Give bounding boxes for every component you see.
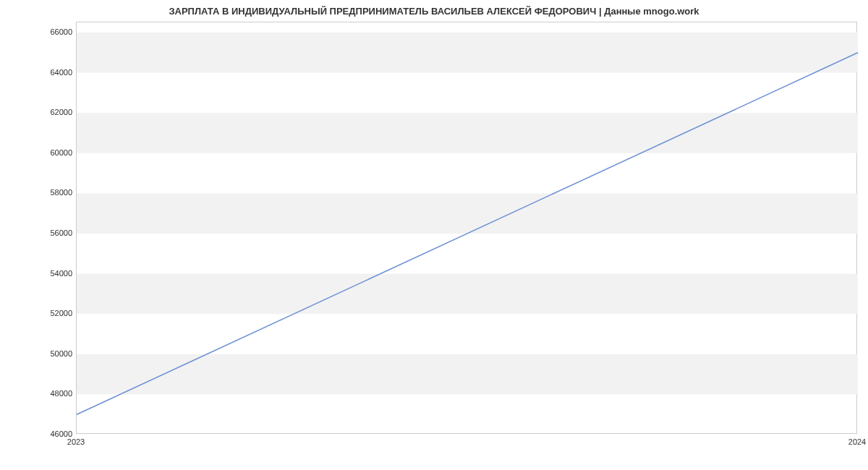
x-tick-label: 2024 (848, 437, 866, 446)
chart-container: ЗАРПЛАТА В ИНДИВИДУАЛЬНЫЙ ПРЕДПРИНИМАТЕЛ… (0, 0, 868, 470)
y-tick-label: 54000 (29, 269, 72, 278)
y-tick-label: 46000 (29, 430, 72, 438)
chart-svg (77, 22, 856, 433)
grid-band (77, 193, 858, 234)
y-tick-label: 50000 (29, 349, 72, 358)
x-tick-label: 2023 (67, 437, 85, 446)
y-tick-label: 66000 (29, 27, 72, 36)
y-tick-label: 52000 (29, 309, 72, 317)
y-tick-label: 58000 (29, 188, 72, 197)
chart-title: ЗАРПЛАТА В ИНДИВИДУАЛЬНЫЙ ПРЕДПРИНИМАТЕЛ… (0, 6, 868, 17)
y-tick-label: 62000 (29, 108, 72, 116)
grid-band (77, 33, 858, 73)
y-tick-label: 48000 (29, 389, 72, 398)
plot-area (76, 22, 857, 434)
grid-band (77, 274, 858, 315)
y-tick-label: 64000 (29, 68, 72, 77)
grid-band (77, 113, 858, 153)
y-tick-label: 60000 (29, 148, 72, 157)
y-tick-label: 56000 (29, 228, 72, 237)
